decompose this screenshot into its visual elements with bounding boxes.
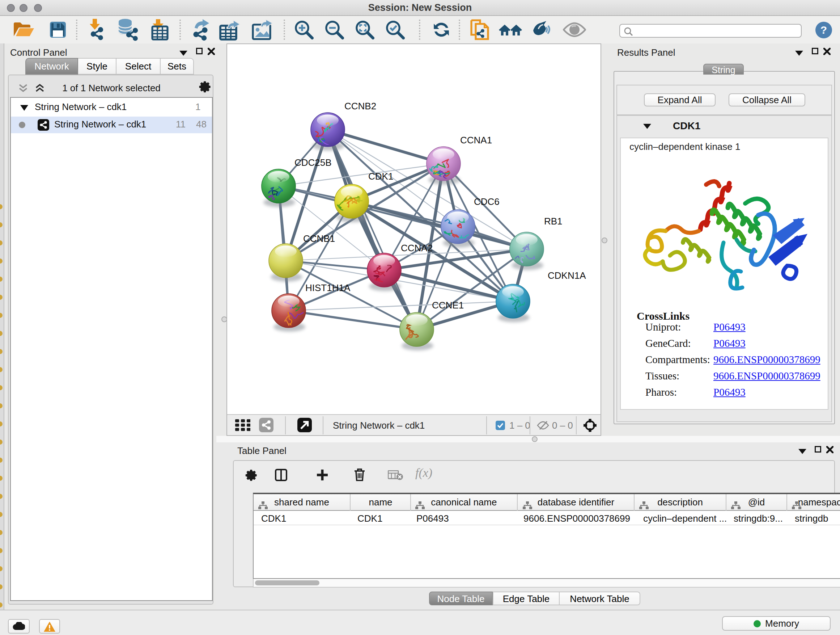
svg-text:CCNA2: CCNA2 bbox=[401, 242, 433, 253]
svg-text:CCNA1: CCNA1 bbox=[460, 135, 492, 146]
svg-text:CCNB2: CCNB2 bbox=[344, 101, 376, 111]
svg-text:?: ? bbox=[821, 24, 827, 36]
svg-text:HIST1H1A: HIST1H1A bbox=[305, 282, 351, 293]
svg-text:CCNB1: CCNB1 bbox=[303, 233, 335, 244]
svg-text:RB1: RB1 bbox=[544, 216, 562, 226]
svg-text:CDKN1A: CDKN1A bbox=[548, 270, 586, 281]
svg-text:CDC25B: CDC25B bbox=[294, 157, 332, 168]
svg-text:CDC6: CDC6 bbox=[474, 196, 500, 207]
svg-text:CCNE1: CCNE1 bbox=[432, 300, 464, 310]
svg-text:CDK1: CDK1 bbox=[368, 171, 393, 182]
